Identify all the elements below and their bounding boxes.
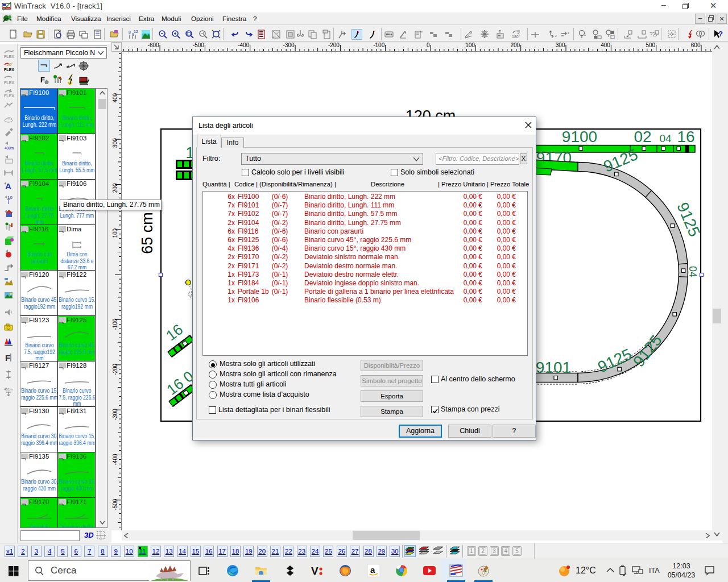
svg-text:9100: 9100 xyxy=(562,128,597,146)
svg-text:T: T xyxy=(7,199,10,205)
svg-text:500: 500 xyxy=(646,42,656,48)
svg-text:-100: -100 xyxy=(112,318,118,330)
svg-text:V: V xyxy=(311,565,318,577)
svg-text:600: 600 xyxy=(691,42,701,48)
svg-text:FLEX: FLEX xyxy=(4,94,14,98)
svg-text:100: 100 xyxy=(112,228,118,238)
svg-text:300: 300 xyxy=(556,42,565,48)
svg-text:300: 300 xyxy=(112,138,118,148)
svg-text:-400: -400 xyxy=(238,42,249,48)
svg-text:-500: -500 xyxy=(193,42,204,48)
svg-text:-600: -600 xyxy=(148,42,159,48)
svg-text:12: 12 xyxy=(134,30,138,34)
svg-text:-100: -100 xyxy=(373,42,384,48)
svg-text:180°: 180° xyxy=(512,35,520,39)
svg-text:400: 400 xyxy=(601,42,610,48)
svg-text:16: 16 xyxy=(677,128,694,146)
svg-text:-400: -400 xyxy=(112,454,118,465)
svg-text:a: a xyxy=(370,565,375,575)
svg-text:200: 200 xyxy=(112,183,118,193)
svg-text:100: 100 xyxy=(465,42,475,48)
svg-text:-200: -200 xyxy=(328,42,340,48)
svg-text:FLEX: FLEX xyxy=(4,81,14,85)
svg-text:200: 200 xyxy=(511,42,520,48)
svg-text:FLEX: FLEX xyxy=(4,55,14,59)
svg-text:481m: 481m xyxy=(4,388,13,391)
svg-text:-300: -300 xyxy=(283,42,295,48)
svg-text:F: F xyxy=(5,353,10,363)
svg-text:02: 02 xyxy=(634,128,651,146)
svg-text:FLEX: FLEX xyxy=(4,68,14,72)
svg-text:-500: -500 xyxy=(112,498,118,510)
svg-text:9101: 9101 xyxy=(536,359,571,376)
svg-text:04: 04 xyxy=(659,132,672,144)
svg-text:65 cm: 65 cm xyxy=(139,212,156,254)
svg-text:?: ? xyxy=(718,30,723,38)
svg-text:F: F xyxy=(40,76,45,84)
svg-text:-300: -300 xyxy=(112,409,118,420)
svg-text:04: 04 xyxy=(687,266,698,277)
svg-text:400: 400 xyxy=(112,93,118,102)
svg-text:-200: -200 xyxy=(112,363,118,375)
svg-text:8: 8 xyxy=(129,30,131,34)
svg-text:400m: 400m xyxy=(5,146,14,150)
svg-text:0: 0 xyxy=(427,42,430,48)
